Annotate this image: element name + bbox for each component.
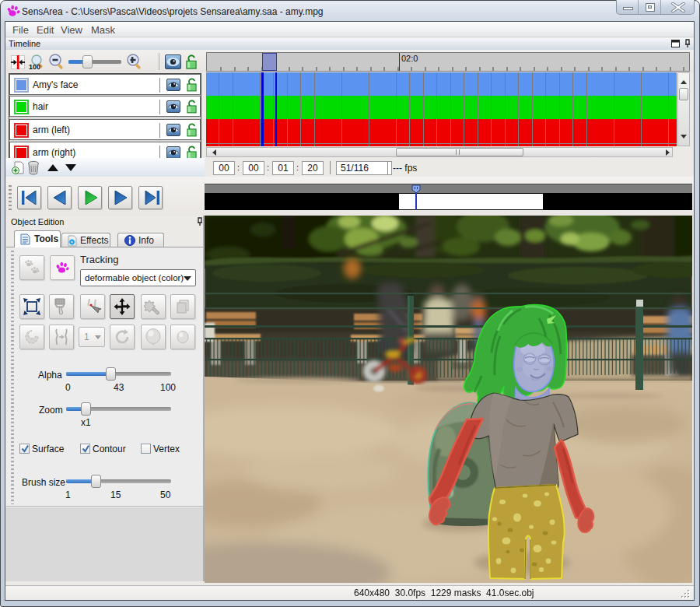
svg-text:100: 100 xyxy=(29,63,40,70)
